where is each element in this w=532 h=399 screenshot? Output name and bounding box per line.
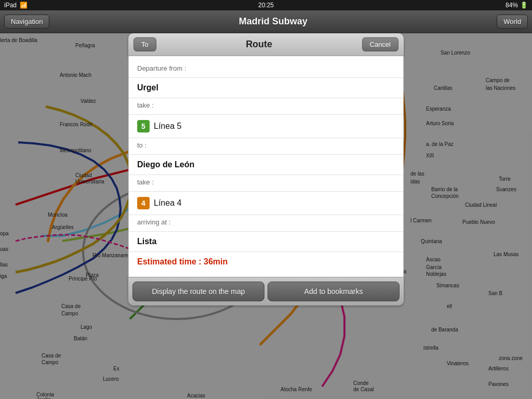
app-title: Madrid Subway (239, 16, 308, 27)
status-time: 20:25 (258, 2, 274, 9)
arriving-label: arriving at : (137, 218, 395, 226)
status-right: 84% 🔋 (506, 2, 528, 9)
line4-badge: 4 (137, 197, 150, 209)
route-dialog: To Route Cancel Departure from : Urgel t… (128, 33, 404, 305)
line5-section: 5 Línea 5 (129, 115, 403, 138)
arriving-value-section: Lista (129, 232, 403, 252)
take2-label-section: take : (129, 175, 403, 192)
world-button[interactable]: World (497, 15, 528, 29)
line4-name: Línea 4 (154, 198, 181, 208)
cancel-button[interactable]: Cancel (362, 37, 398, 51)
take2-label: take : (137, 178, 395, 186)
device-label: iPad (4, 2, 17, 9)
to-value-section: Diego de León (129, 155, 403, 175)
line5-name: Línea 5 (154, 122, 181, 131)
display-route-button[interactable]: Display the route on the map (132, 282, 264, 301)
arriving-value: Lista (137, 235, 395, 248)
dialog-header: To Route Cancel (128, 33, 404, 56)
dialog-footer: Display the route on the map Add to book… (128, 277, 404, 305)
line5-badge: 5 (137, 120, 150, 132)
to-button[interactable]: To (134, 37, 156, 51)
departure-label: Departure from : (137, 64, 395, 72)
wifi-icon: 📶 (20, 2, 28, 9)
departure-value-section: Urgel (129, 78, 403, 98)
line4-section: 4 Línea 4 (129, 192, 403, 215)
line4-row: 4 Línea 4 (137, 195, 395, 211)
nav-bar: Navigation Madrid Subway World (0, 10, 532, 33)
take1-label-section: take : (129, 98, 403, 115)
navigation-button[interactable]: Navigation (4, 15, 49, 29)
to-value: Diego de León (137, 158, 395, 171)
status-left: iPad 📶 (4, 2, 28, 9)
dialog-content: Departure from : Urgel take : 5 Línea 5 … (128, 56, 404, 277)
battery-level: 84% (506, 2, 518, 9)
battery-icon: 🔋 (520, 2, 528, 9)
dialog-title: Route (246, 39, 272, 50)
to-label-section: to : (129, 138, 403, 155)
estimated-time: Estimated time : 36min (137, 255, 395, 269)
departure-label-section: Departure from : (129, 61, 403, 78)
to-label: to : (137, 141, 395, 149)
status-bar: iPad 📶 20:25 84% 🔋 (0, 0, 532, 10)
departure-value: Urgel (137, 81, 395, 95)
arriving-label-section: arriving at : (129, 215, 403, 232)
add-bookmarks-button[interactable]: Add to bookmarks (268, 282, 400, 301)
line5-row: 5 Línea 5 (137, 118, 395, 135)
take1-label: take : (137, 101, 395, 109)
estimated-section: Estimated time : 36min (129, 252, 403, 272)
